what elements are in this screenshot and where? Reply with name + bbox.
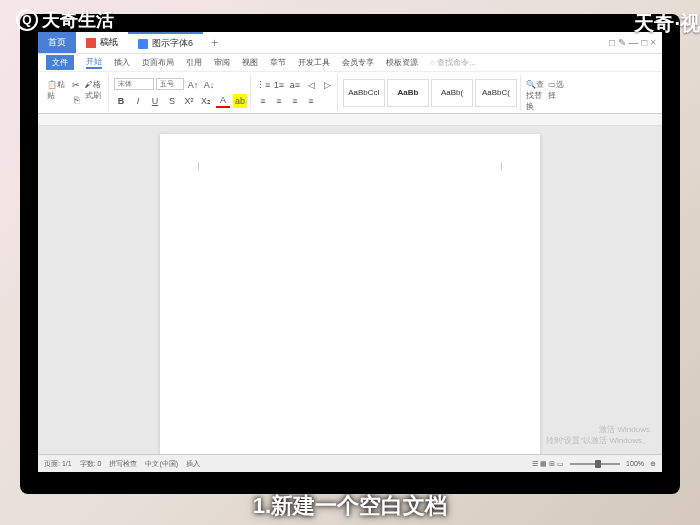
align-justify-button[interactable]: ≡ (304, 94, 318, 108)
document-area[interactable]: 激活 Windows 转到"设置"以激活 Windows。 (38, 126, 662, 454)
copy-button[interactable]: ⎘ (69, 93, 83, 107)
italic-button[interactable]: I (131, 94, 145, 108)
menu-review[interactable]: 审阅 (214, 57, 230, 68)
indent-increase-button[interactable]: ▷ (320, 78, 334, 92)
subscript-button[interactable]: X₂ (199, 94, 213, 108)
menubar: 文件 开始 插入 页面布局 引用 审阅 视图 章节 开发工具 会员专享 模板资源… (38, 54, 662, 72)
bullet-list-button[interactable]: ⋮≡ (256, 78, 270, 92)
style-normal[interactable]: AaBbCcI (343, 79, 385, 107)
menu-ref[interactable]: 引用 (186, 57, 202, 68)
align-left-button[interactable]: ≡ (256, 94, 270, 108)
new-tab-button[interactable]: + (203, 36, 226, 50)
tab-template[interactable]: 稿纸 (76, 32, 128, 53)
style-heading1[interactable]: AaBb (387, 79, 429, 107)
strike-button[interactable]: S (165, 94, 179, 108)
brand-text: 天奇·视 (634, 10, 700, 37)
tab-document[interactable]: 图示字体6 (128, 32, 203, 53)
video-caption: 1.新建一个空白文档 (253, 491, 447, 521)
ribbon-styles: AaBbCcI AaBb AaBb( AaBbC( (340, 75, 521, 111)
zoom-slider[interactable] (570, 463, 620, 465)
titlebar: 首页 稿纸 图示字体6 + □ ✎ — □ × (38, 32, 662, 54)
align-center-button[interactable]: ≡ (272, 94, 286, 108)
font-family-select[interactable]: 宋体 (114, 78, 154, 90)
underline-button[interactable]: U (148, 94, 162, 108)
logo-text: 天奇生活 (42, 8, 114, 32)
watermark-logo: Q 天奇生活 (16, 8, 114, 32)
status-words[interactable]: 字数: 0 (80, 459, 102, 469)
status-insert[interactable]: 插入 (186, 459, 200, 469)
superscript-button[interactable]: X² (182, 94, 196, 108)
number-list-button[interactable]: 1≡ (272, 78, 286, 92)
shrink-font-button[interactable]: A↓ (202, 78, 216, 92)
multi-list-button[interactable]: a≡ (288, 78, 302, 92)
find-replace-button[interactable]: 🔍查找替换 (526, 79, 546, 107)
zoom-fit-button[interactable]: ⊕ (650, 460, 656, 468)
menu-search[interactable]: ○ 查找命令... (430, 57, 476, 68)
menu-start[interactable]: 开始 (86, 56, 102, 69)
align-right-button[interactable]: ≡ (288, 94, 302, 108)
template-icon (86, 38, 96, 48)
grow-font-button[interactable]: A↑ (186, 78, 200, 92)
bold-button[interactable]: B (114, 94, 128, 108)
menu-file[interactable]: 文件 (46, 55, 74, 70)
format-brush-button[interactable]: 🖌格式刷 (85, 79, 105, 107)
ribbon-editing: 🔍查找替换 ▭选择 (523, 75, 571, 111)
app-window: 首页 稿纸 图示字体6 + □ ✎ — □ × 文件 开始 插入 页面布局 引用… (38, 32, 662, 472)
menu-layout[interactable]: 页面布局 (142, 57, 174, 68)
statusbar: 页面: 1/1 字数: 0 拼写检查 中文(中国) 插入 ☰ ▦ ⊞ ▭ 100… (38, 454, 662, 472)
menu-template[interactable]: 模板资源 (386, 57, 418, 68)
style-heading2[interactable]: AaBb( (431, 79, 473, 107)
logo-icon: Q (16, 9, 38, 31)
window-controls[interactable]: □ ✎ — □ × (609, 37, 662, 48)
menu-extra[interactable]: 会员专享 (342, 57, 374, 68)
font-size-select[interactable]: 五号 (156, 78, 184, 90)
ribbon-paragraph: ⋮≡ 1≡ a≡ ◁ ▷ ≡ ≡ ≡ ≡ (253, 75, 338, 111)
status-lang[interactable]: 中文(中国) (145, 459, 178, 469)
page-margin-indicator (198, 162, 502, 170)
ribbon-clipboard: 📋粘贴 ✂ ⎘ 🖌格式刷 (44, 75, 109, 111)
document-page[interactable] (160, 134, 540, 454)
tab-home[interactable]: 首页 (38, 32, 76, 53)
font-color-button[interactable]: A (216, 94, 230, 108)
zoom-level[interactable]: 100% (626, 460, 644, 467)
view-buttons[interactable]: ☰ ▦ ⊞ ▭ (532, 460, 564, 468)
indent-decrease-button[interactable]: ◁ (304, 78, 318, 92)
menu-insert[interactable]: 插入 (114, 57, 130, 68)
menu-section[interactable]: 章节 (270, 57, 286, 68)
windows-activation-watermark: 激活 Windows 转到"设置"以激活 Windows。 (546, 425, 650, 446)
style-heading3[interactable]: AaBbC( (475, 79, 517, 107)
highlight-button[interactable]: ab (233, 94, 247, 108)
ribbon-font: 宋体 五号 A↑ A↓ B I U S X² X₂ A ab (111, 75, 251, 111)
menu-view[interactable]: 视图 (242, 57, 258, 68)
status-page[interactable]: 页面: 1/1 (44, 459, 72, 469)
paste-button[interactable]: 📋粘贴 (47, 79, 67, 107)
select-button[interactable]: ▭选择 (548, 79, 568, 107)
ribbon: 📋粘贴 ✂ ⎘ 🖌格式刷 宋体 五号 A↑ A↓ B I U S X² X₂ A… (38, 72, 662, 114)
horizontal-ruler[interactable] (38, 114, 662, 126)
status-spell[interactable]: 拼写检查 (109, 459, 137, 469)
doc-icon (138, 39, 148, 49)
cut-button[interactable]: ✂ (69, 78, 83, 92)
menu-dev[interactable]: 开发工具 (298, 57, 330, 68)
monitor-frame: 首页 稿纸 图示字体6 + □ ✎ — □ × 文件 开始 插入 页面布局 引用… (20, 14, 680, 494)
